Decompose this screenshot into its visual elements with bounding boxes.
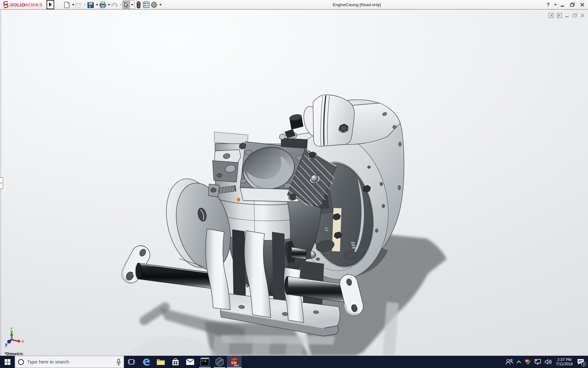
- notification-badge: 3: [581, 362, 586, 366]
- windows-logo-icon: [5, 359, 10, 365]
- options-dropdown[interactable]: [158, 0, 162, 10]
- search-input[interactable]: [27, 356, 104, 368]
- printer-icon: [99, 2, 106, 8]
- help-button[interactable]: ?: [545, 1, 551, 9]
- splitter-dot-icon: [0, 182, 2, 184]
- help-dropdown[interactable]: [553, 1, 557, 9]
- triad-z-label: Z: [5, 343, 7, 348]
- solidworks-window: SOLID WORKS: [0, 0, 588, 368]
- taskbar-app-solidworks[interactable]: SW 2017: [227, 356, 242, 368]
- gear-icon: [151, 2, 157, 8]
- microphone-icon[interactable]: [116, 359, 121, 366]
- restore-button[interactable]: [568, 1, 576, 9]
- open-button[interactable]: [75, 0, 83, 10]
- next-pane-button[interactable]: [557, 13, 562, 18]
- dropdown-arrow-icon: [108, 4, 110, 6]
- taskbar-app-command-prompt[interactable]: C:\: [198, 356, 212, 368]
- folder-icon: [156, 357, 165, 366]
- view-orientation-label: *Dimetric: [5, 351, 23, 356]
- hidden-icons-button[interactable]: [515, 356, 523, 368]
- dropdown-arrow-icon: [120, 4, 122, 6]
- main-toolbar: [63, 0, 162, 10]
- select-button[interactable]: [123, 1, 130, 9]
- taskbar-app-file-explorer[interactable]: [153, 356, 168, 368]
- store-bag-icon: [171, 358, 180, 366]
- dropdown-arrow-icon: [159, 4, 162, 6]
- solidworks-cube-icon: SW 2017: [229, 357, 239, 367]
- selection-filters-button[interactable]: [135, 0, 142, 10]
- taskbar-spacer: [242, 356, 504, 368]
- undo-button[interactable]: [111, 0, 119, 10]
- svg-text:SOLID: SOLID: [10, 2, 25, 7]
- previous-pane-button[interactable]: [548, 13, 554, 18]
- orientation-triad: Y X Z: [0, 325, 28, 356]
- undo-dropdown[interactable]: [119, 0, 123, 10]
- svg-text:WORKS: WORKS: [24, 2, 43, 7]
- clock-date: 7/11/2018: [556, 362, 573, 366]
- clock-time: 2:37 PM: [556, 358, 573, 362]
- sw-shield-check-icon: SW: [524, 358, 531, 365]
- window-controls: ?: [545, 0, 586, 10]
- folder-open-icon: [75, 2, 83, 8]
- print-dropdown[interactable]: [107, 0, 111, 10]
- minimize-button[interactable]: [559, 1, 567, 9]
- toolbar-flyout-button[interactable]: [47, 0, 54, 9]
- close-button[interactable]: [578, 1, 586, 9]
- new-document-button[interactable]: [63, 0, 71, 10]
- select-dropdown[interactable]: [130, 1, 135, 9]
- edge-icon: [142, 358, 150, 366]
- people-button[interactable]: [504, 356, 515, 368]
- restore-icon: [570, 2, 575, 7]
- taskbar-search-box[interactable]: [15, 356, 124, 368]
- taskbar-clock[interactable]: 2:37 PM 7/11/2018: [553, 358, 575, 366]
- document-minimize-button[interactable]: [565, 13, 569, 18]
- save-dropdown[interactable]: [95, 0, 99, 10]
- dropdown-arrow-icon: [554, 4, 557, 6]
- people-icon: [505, 358, 513, 365]
- dropdown-arrow-icon: [84, 4, 86, 6]
- save-button[interactable]: [87, 0, 95, 10]
- minimize-icon: [560, 3, 565, 7]
- properties-list-icon: [143, 2, 149, 8]
- dropdown-arrow-icon: [131, 4, 134, 6]
- network-monitor-icon: [534, 359, 541, 365]
- chevron-up-icon: [516, 360, 521, 363]
- task-view-button[interactable]: [124, 356, 139, 368]
- network-tray-icon[interactable]: [533, 356, 543, 368]
- triad-y-label: Y: [10, 327, 13, 331]
- volume-tray-icon[interactable]: [543, 356, 553, 368]
- graphics-area[interactable]: Y X Z *Dimetric: [0, 10, 588, 356]
- traffic-light-icon: [137, 1, 141, 9]
- action-center-button[interactable]: 3: [575, 356, 588, 368]
- floppy-disk-icon: [87, 2, 94, 8]
- document-restore-button[interactable]: [572, 13, 577, 18]
- taskbar-app-store[interactable]: [168, 356, 183, 368]
- feature-panel-collapsed-tab[interactable]: [0, 177, 3, 189]
- file-properties-button[interactable]: [142, 0, 150, 10]
- taskbar-app-edge[interactable]: [139, 356, 153, 368]
- windows-taskbar: C:\ SW 2017: [0, 356, 588, 368]
- svg-text:C:\: C:\: [202, 360, 206, 362]
- reed-valve-cover: [279, 95, 354, 148]
- dropdown-arrow-icon: [72, 4, 74, 6]
- speaker-icon: [545, 359, 552, 365]
- options-button[interactable]: [150, 0, 158, 10]
- solidworks-monitor-tray-icon[interactable]: SW: [523, 356, 533, 368]
- mail-envelope-icon: [186, 358, 195, 366]
- taskbar-app-edrawings[interactable]: [212, 356, 227, 368]
- task-view-icon: [128, 358, 135, 365]
- engine-casing-model: [0, 10, 588, 356]
- document-close-button[interactable]: [580, 13, 585, 18]
- title-bar: SOLID WORKS: [0, 0, 588, 10]
- origin-point-marker: [237, 198, 240, 201]
- taskbar-app-mail[interactable]: [183, 356, 198, 368]
- start-button[interactable]: [0, 356, 15, 368]
- ds-logo-icon: SOLID WORKS: [2, 0, 47, 9]
- print-button[interactable]: [99, 0, 107, 10]
- command-prompt-icon: C:\: [200, 357, 209, 366]
- triad-x-label: X: [21, 339, 24, 344]
- window-title: EngineCasing [Read-only]: [292, 0, 421, 10]
- cursor-arrow-icon: [124, 2, 129, 8]
- open-dropdown[interactable]: [83, 0, 87, 10]
- new-document-dropdown[interactable]: [71, 0, 75, 10]
